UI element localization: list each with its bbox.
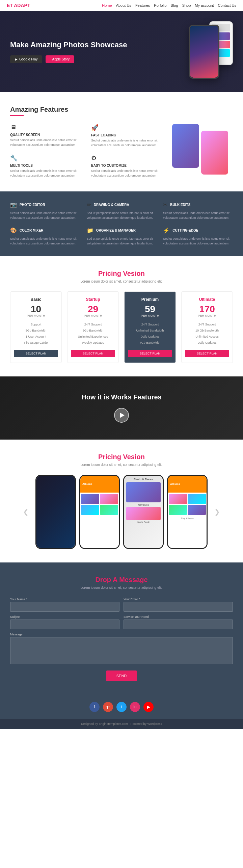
feature-image-card-2	[201, 131, 228, 175]
phone-screen-1	[36, 476, 75, 548]
logo: ET ADAPT	[7, 3, 30, 8]
dark-feature-desc-1: Sed ut perspiciatis unde omnis iste natu…	[10, 211, 80, 220]
dark-feature-color: COLOR MIXER Sed ut perspiciatis unde omn…	[10, 227, 80, 246]
nav-links: Home About Us Features Porfolio Blog Sho…	[102, 3, 236, 8]
rocket-icon	[91, 124, 165, 131]
send-button[interactable]: SEND	[106, 670, 137, 681]
nav-shop[interactable]: Shop	[182, 3, 191, 7]
youtube-icon[interactable]: ▶	[143, 702, 154, 712]
features-image	[172, 124, 233, 175]
instagram-icon[interactable]: in	[130, 702, 140, 712]
dark-feature-title-6: CUTTING-EDGE	[172, 229, 198, 232]
showcase-next-arrow[interactable]: ❯	[211, 504, 223, 519]
organize-icon	[87, 227, 93, 234]
plan-name-premium: Premium	[128, 297, 172, 302]
nav-about[interactable]: About Us	[116, 3, 131, 7]
play-icon	[120, 413, 125, 418]
nav-home[interactable]: Home	[102, 3, 112, 7]
how-it-works-title: How it is Works Features	[81, 393, 161, 401]
nav-blog[interactable]: Blog	[171, 3, 178, 7]
plan-features-premium: 24/7 SupportUnlimited BandwidthDaily Upd…	[128, 321, 172, 346]
how-it-works-section: How it is Works Features	[0, 376, 243, 440]
showcase-phone-4: Albums Play Albums	[167, 475, 208, 549]
photo-icon	[10, 202, 17, 208]
footer-text: Designed by Enginetemplates.com · Powere…	[3, 722, 240, 726]
email-input[interactable]	[124, 602, 233, 612]
dark-feature-desc-6: Sed ut perspiciatis unde omnis iste natu…	[163, 236, 233, 246]
pricing-card-startup: Startup 29 PER MONTH 24/7 Support5Gb Ban…	[67, 291, 119, 363]
cutting-icon	[163, 227, 170, 234]
dark-feature-title-5: ORGANIZE & MANAGER	[96, 229, 136, 232]
dark-feature-bulk: BULK EDITS Sed ut perspiciatis unde omni…	[163, 202, 233, 220]
plan-price-basic: 10	[14, 305, 58, 314]
plan-price-ultimate: 170	[185, 305, 229, 314]
pricing-subtitle: Lorem ipsum dolor sit amet, consectetur …	[10, 280, 233, 283]
dark-feature-desc-5: Sed ut perspiciatis unde omnis iste natu…	[87, 236, 157, 246]
plan-period-ultimate: PER MONTH	[185, 314, 229, 317]
pricing-title: Pricing Vesion	[10, 270, 233, 278]
plan-price-startup: 29	[71, 305, 115, 314]
form-subject-service-row: Subject Service Your Need	[10, 615, 233, 629]
showcase-subtitle: Lorem ipsum dolor sit amet, consectetur …	[10, 463, 233, 467]
select-plan-premium[interactable]: SELECT PLAN	[128, 350, 172, 357]
pricing-grid: Basic 10 PER MONTH Support5Gb Bandwidth1…	[10, 291, 233, 363]
showcase-title: Pricing Vesion	[10, 453, 233, 461]
features-grid: QUALITY SCREEN Sed ut perspiciatis unde …	[10, 124, 233, 178]
phone-screen-4: Albums Play Albums	[168, 476, 207, 548]
feature-multi-tools: MULTI TOOLS Sed ut perspiciatis unde omn…	[10, 154, 84, 178]
dark-feature-photo-editor: PHOTO EDITOR Sed ut perspiciatis unde om…	[10, 202, 80, 220]
play-button[interactable]	[114, 408, 129, 423]
footer: Designed by Enginetemplates.com · Powere…	[0, 719, 243, 729]
dark-feature-header-5: ORGANIZE & MANAGER	[87, 227, 157, 234]
nav-contact[interactable]: Contact Us	[218, 3, 236, 7]
apple-story-button[interactable]: Apple Story	[46, 55, 74, 63]
facebook-icon[interactable]: f	[89, 702, 100, 712]
feature-image-card-1	[172, 124, 199, 168]
nav-myaccount[interactable]: My account	[195, 3, 214, 7]
select-plan-basic[interactable]: SELECT PLAN	[14, 350, 58, 357]
google-plus-icon[interactable]: g+	[103, 702, 113, 712]
feature-quality-screen: QUALITY SCREEN Sed ut perspiciatis unde …	[10, 124, 84, 148]
showcase-phone-3: Photo & Places Narratives Youth Guide	[123, 475, 164, 549]
nav-features[interactable]: Features	[135, 3, 150, 7]
plan-period-startup: PER MONTH	[71, 314, 115, 317]
subject-label: Subject	[10, 615, 119, 619]
google-play-button[interactable]: ▶ Google Play	[10, 55, 42, 63]
dark-feature-header-4: COLOR MIXER	[10, 227, 80, 234]
showcase-prev-arrow[interactable]: ❮	[20, 504, 32, 519]
dark-features-section: PHOTO EDITOR Sed ut perspiciatis unde om…	[0, 191, 243, 256]
form-name-email-row: Your Name * Your Email *	[10, 598, 233, 612]
dark-features-grid: PHOTO EDITOR Sed ut perspiciatis unde om…	[10, 202, 233, 246]
monitor-icon	[10, 124, 84, 131]
message-textarea[interactable]	[10, 637, 233, 664]
service-input[interactable]	[124, 620, 233, 629]
hero-text: Make Amazing Photos Showcase ▶ Google Pl…	[10, 40, 159, 63]
subject-input[interactable]	[10, 620, 119, 629]
dark-feature-desc-3: Sed ut perspiciatis unde omnis iste natu…	[163, 211, 233, 220]
message-field-group: Message	[10, 633, 233, 670]
dark-feature-header-1: PHOTO EDITOR	[10, 202, 80, 208]
dark-feature-cutting: CUTTING-EDGE Sed ut perspiciatis unde om…	[163, 227, 233, 246]
plan-name-ultimate: Ultimate	[185, 297, 229, 302]
name-input[interactable]	[10, 602, 119, 612]
twitter-icon[interactable]: t	[116, 702, 127, 712]
select-plan-ultimate[interactable]: SELECT PLAN	[185, 350, 229, 357]
features-underline	[10, 115, 24, 116]
feature-desc-4: Sed ut perspiciatis unde omnis iste natu…	[91, 169, 165, 178]
contact-subtitle: Lorem ipsum dolor sit amet, consectetur …	[10, 586, 233, 589]
feature-title-4: EASY TO CUSTOMIZE	[91, 164, 165, 167]
name-field-group: Your Name *	[10, 598, 119, 612]
logo-accent: ET	[7, 3, 13, 8]
features-section: Amazing Features QUALITY SCREEN Sed ut p…	[0, 92, 243, 191]
hero-buttons: ▶ Google Play Apple Story	[10, 55, 159, 63]
nav-portfolio[interactable]: Porfolio	[154, 3, 166, 7]
feature-desc-2: Sed ut perspiciatis unde omnis iste natu…	[91, 138, 165, 148]
dark-feature-header-6: CUTTING-EDGE	[163, 227, 233, 234]
dark-feature-drawing: DRAWING & CAMERA Sed ut perspiciatis und…	[87, 202, 157, 220]
name-label: Your Name *	[10, 598, 119, 601]
dark-feature-header-2: DRAWING & CAMERA	[87, 202, 157, 208]
hero-phones	[159, 21, 233, 82]
select-plan-startup[interactable]: SELECT PLAN	[71, 350, 115, 357]
tools-icon	[10, 154, 84, 162]
dark-feature-desc-2: Sed ut perspiciatis unde omnis iste natu…	[87, 211, 157, 220]
